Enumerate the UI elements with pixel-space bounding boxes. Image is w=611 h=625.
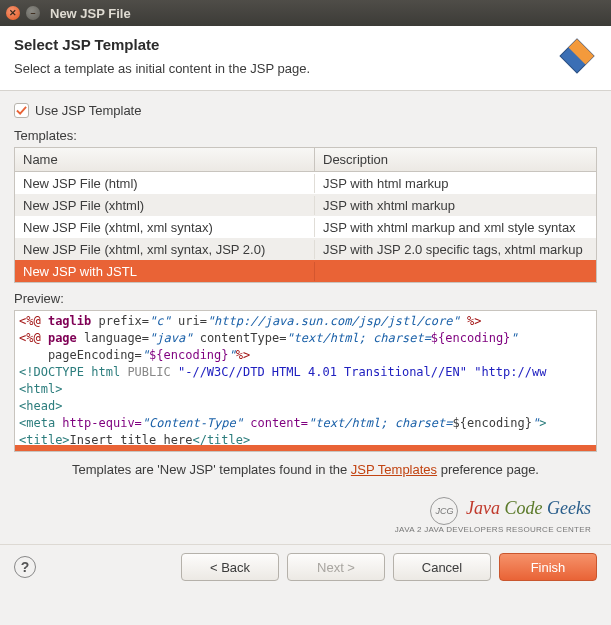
cell-desc: JSP with JSP 2.0 specific tags, xhtml ma… xyxy=(315,240,596,259)
finish-button[interactable]: Finish xyxy=(499,553,597,581)
table-row[interactable]: New JSP File (xhtml)JSP with xhtml marku… xyxy=(15,194,596,216)
use-template-label: Use JSP Template xyxy=(35,103,141,118)
table-row[interactable]: New JSP File (html)JSP with html markup xyxy=(15,172,596,194)
col-description[interactable]: Description xyxy=(315,148,596,171)
cell-desc: JSP with html markup xyxy=(315,174,596,193)
minimize-icon[interactable]: – xyxy=(26,6,40,20)
window-buttons: ✕ – xyxy=(6,6,40,20)
wizard-icon xyxy=(557,36,597,76)
use-template-checkbox[interactable] xyxy=(14,103,29,118)
cell-desc: JSP with xhtml markup xyxy=(315,196,596,215)
wizard-header: Select JSP Template Select a template as… xyxy=(0,26,611,91)
button-bar: ? < Back Next > Cancel Finish xyxy=(0,544,611,595)
templates-table: Name Description New JSP File (html)JSP … xyxy=(14,147,597,283)
back-button[interactable]: < Back xyxy=(181,553,279,581)
preview-label: Preview: xyxy=(14,291,597,306)
cell-name: New JSP File (xhtml) xyxy=(15,196,315,215)
cell-name: New JSP File (xhtml, xml syntax, JSP 2.0… xyxy=(15,240,315,259)
cell-name: New JSP File (html) xyxy=(15,174,315,193)
table-header: Name Description xyxy=(15,148,596,172)
cell-name: New JSP with JSTL xyxy=(15,262,315,281)
page-title: Select JSP Template xyxy=(14,36,547,53)
close-icon[interactable]: ✕ xyxy=(6,6,20,20)
table-row[interactable]: New JSP File (xhtml, xml syntax)JSP with… xyxy=(15,216,596,238)
cell-name: New JSP File (xhtml, xml syntax) xyxy=(15,218,315,237)
col-name[interactable]: Name xyxy=(15,148,315,171)
cancel-button[interactable]: Cancel xyxy=(393,553,491,581)
next-button: Next > xyxy=(287,553,385,581)
preview-panel[interactable]: <%@ taglib prefix="c" uri="http://java.s… xyxy=(14,310,597,452)
cell-desc xyxy=(315,269,596,273)
table-row[interactable]: New JSP File (xhtml, xml syntax, JSP 2.0… xyxy=(15,238,596,260)
templates-label: Templates: xyxy=(14,128,597,143)
use-template-row: Use JSP Template xyxy=(14,103,597,118)
help-icon[interactable]: ? xyxy=(14,556,36,578)
table-row[interactable]: New JSP with JSTL xyxy=(15,260,596,282)
page-subtitle: Select a template as initial content in … xyxy=(14,61,547,76)
footer-note: Templates are 'New JSP' templates found … xyxy=(14,452,597,487)
cell-desc: JSP with xhtml markup and xml style synt… xyxy=(315,218,596,237)
watermark-logo: JCG Java Code Geeks JAVA 2 JAVA DEVELOPE… xyxy=(0,491,611,544)
window-title: New JSP File xyxy=(50,6,131,21)
jsp-templates-link[interactable]: JSP Templates xyxy=(351,462,437,477)
titlebar: ✕ – New JSP File xyxy=(0,0,611,26)
jcg-badge-icon: JCG xyxy=(430,497,458,525)
